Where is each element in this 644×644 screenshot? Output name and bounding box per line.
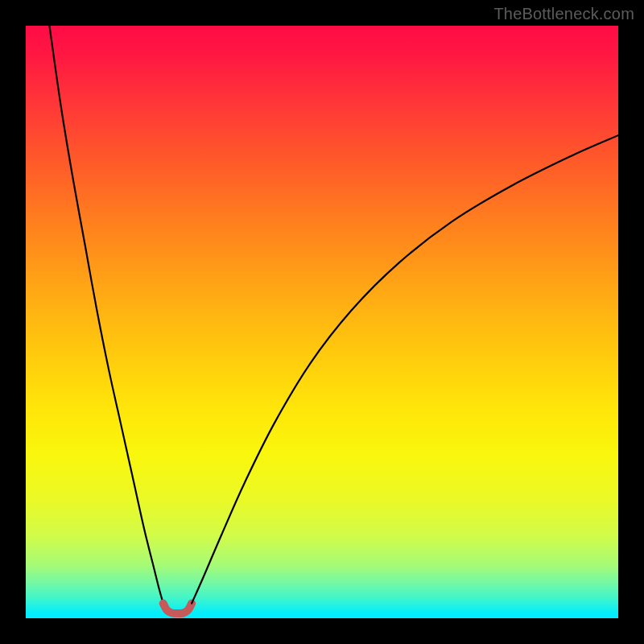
bottleneck-curve	[26, 26, 618, 618]
watermark-text: TheBottleneck.com	[493, 5, 634, 23]
series-right_branch	[192, 135, 618, 603]
plot-area	[26, 26, 618, 618]
chart-frame: TheBottleneck.com	[0, 0, 644, 644]
series-trough	[163, 604, 192, 614]
series-left_branch	[49, 26, 163, 604]
